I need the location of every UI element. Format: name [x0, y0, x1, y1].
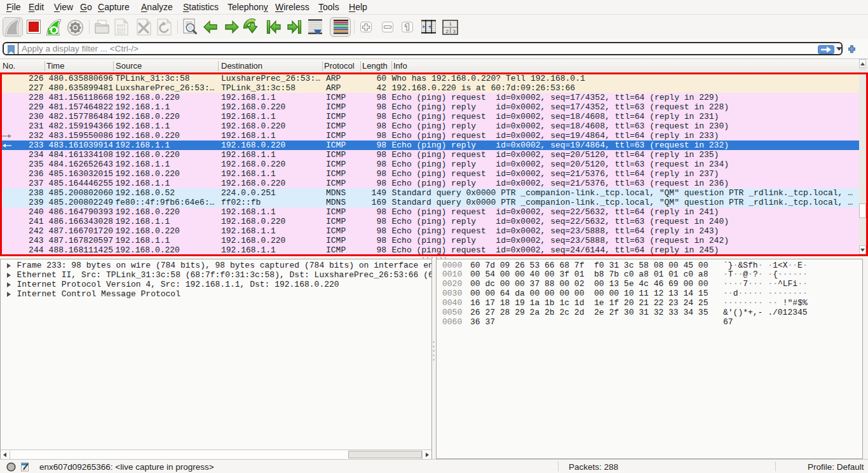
svg-text:2: 2 [445, 28, 449, 34]
svg-text:3: 3 [452, 28, 456, 34]
svg-text:1: 1 [449, 21, 452, 27]
svg-text:0111: 0111 [117, 31, 126, 35]
